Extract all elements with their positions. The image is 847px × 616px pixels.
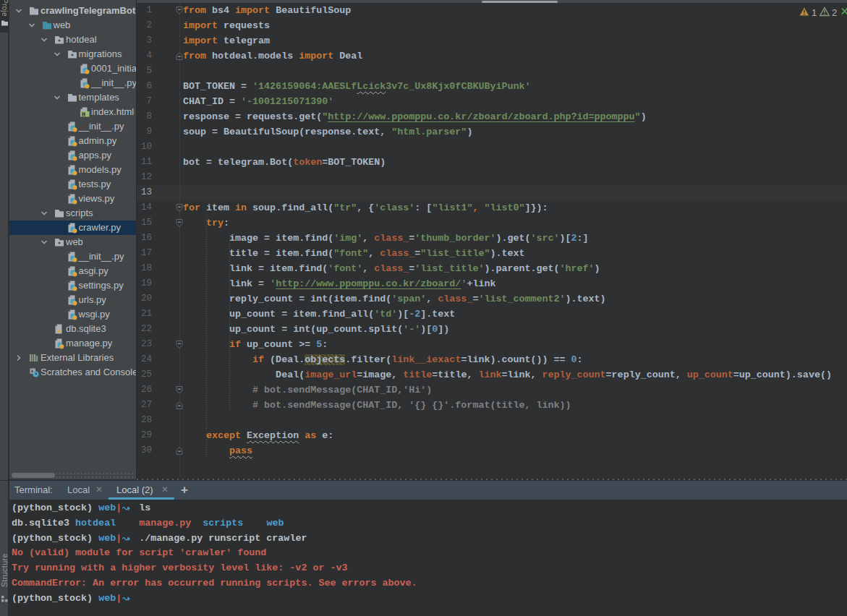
- svg-text:2: 2: [832, 7, 837, 18]
- svg-text:H: H: [82, 111, 85, 118]
- svg-text:1: 1: [812, 7, 817, 18]
